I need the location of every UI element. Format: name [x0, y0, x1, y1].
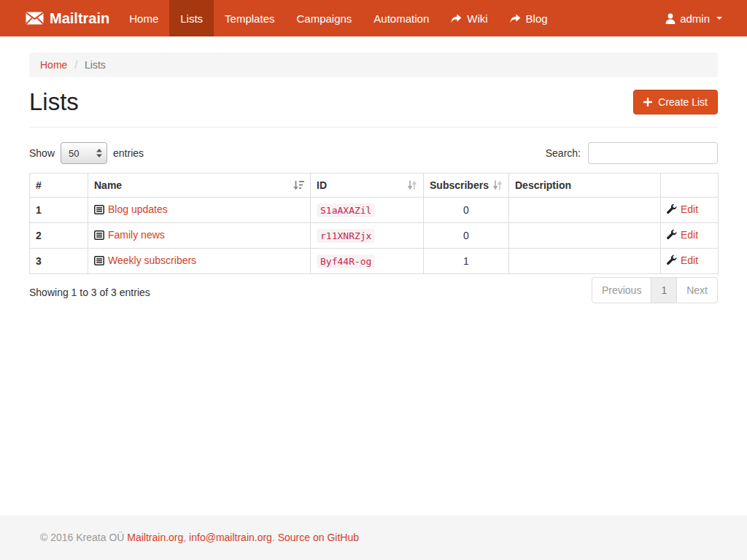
lists-table: # Name [29, 173, 719, 274]
wrench-icon [667, 255, 677, 265]
row-subscribers: 0 [424, 198, 509, 223]
row-id-cell: Byf44R-og [311, 249, 424, 274]
previous-page-button[interactable]: Previous [592, 277, 651, 303]
main-nav: Home Lists Templates Campaigns Automatio… [118, 0, 558, 36]
breadcrumb-home-link[interactable]: Home [40, 59, 67, 71]
brand-label: Mailtrain [50, 10, 109, 27]
edit-label: Edit [681, 229, 698, 241]
list-name-link[interactable]: Family news [94, 229, 165, 241]
wrench-icon [667, 204, 677, 214]
list-id: Byf44R-og [317, 254, 375, 268]
header-name[interactable]: Name [88, 174, 311, 198]
row-number: 1 [30, 198, 88, 223]
page-header: Lists Create List [29, 89, 718, 128]
nav-item-blog[interactable]: Blog [499, 0, 559, 36]
current-page-button[interactable]: 1 [651, 277, 677, 303]
search-control: Search: [546, 142, 718, 164]
caret-down-icon [716, 17, 722, 20]
row-actions-cell: Edit [661, 249, 719, 274]
user-menu[interactable]: admin [654, 0, 747, 36]
list-name-label: Weekly subscribers [108, 254, 196, 266]
pagination: Previous 1 Next [592, 277, 718, 303]
nav-item-automation[interactable]: Automation [363, 0, 440, 36]
footer-separator: . [272, 532, 278, 543]
header-num: # [30, 174, 88, 198]
row-description [509, 249, 661, 274]
row-actions-cell: Edit [661, 223, 719, 249]
row-id-cell: S1aAXAZil [311, 198, 424, 223]
header-id[interactable]: ID [311, 174, 424, 198]
edit-link[interactable]: Edit [667, 229, 698, 241]
table-footer: Showing 1 to 3 of 3 entries Previous 1 N… [29, 277, 718, 303]
row-description [509, 223, 661, 249]
list-alt-icon [94, 230, 104, 240]
navbar: Mailtrain Home Lists Templates Campaigns… [0, 0, 747, 36]
page-footer: © 2016 Kreata OÜ Mailtrain.org, info@mai… [0, 516, 747, 560]
row-number: 3 [30, 249, 88, 274]
header-label: ID [317, 179, 327, 191]
create-list-button[interactable]: Create List [633, 90, 718, 114]
table-header-row: # Name [30, 174, 719, 198]
brand[interactable]: Mailtrain [0, 0, 118, 36]
list-alt-icon [94, 205, 104, 214]
header-description: Description [509, 174, 661, 198]
nav-label: Templates [225, 12, 274, 25]
nav-label: Campaigns [296, 12, 352, 25]
nav-item-templates[interactable]: Templates [214, 0, 285, 36]
copyright-text: © 2016 Kreata OÜ [40, 532, 124, 543]
mailtrain-org-link[interactable]: Mailtrain.org [127, 532, 183, 543]
nav-item-lists[interactable]: Lists [169, 0, 214, 36]
next-page-button[interactable]: Next [676, 277, 718, 303]
user-icon [665, 13, 676, 24]
table-row: 2 Family news r11XNRZjx 0 [30, 223, 719, 249]
entries-info: Showing 1 to 3 of 3 entries [29, 287, 150, 298]
footer-separator: , [183, 532, 189, 543]
envelope-icon [26, 12, 44, 25]
wrench-icon [667, 230, 677, 240]
page-size-select[interactable]: 50 [61, 142, 107, 164]
show-label: Show [29, 147, 55, 159]
row-description [509, 198, 661, 223]
nav-label: Lists [180, 12, 203, 25]
list-name-link[interactable]: Blog updates [94, 203, 168, 215]
row-name-cell: Family news [88, 223, 311, 249]
table-row: 1 Blog updates S1aAXAZil 0 [30, 198, 719, 223]
list-alt-icon [94, 256, 104, 265]
list-name-link[interactable]: Weekly subscribers [94, 254, 196, 266]
nav-label: Wiki [467, 12, 487, 25]
share-arrow-icon [451, 14, 462, 23]
page-length-control: Show 50 entries [29, 142, 144, 164]
entries-label: entries [113, 147, 144, 159]
header-label: Name [94, 179, 122, 191]
header-actions [661, 174, 719, 198]
header-label: Subscribers [430, 179, 489, 191]
row-name-cell: Blog updates [88, 198, 311, 223]
search-input[interactable] [588, 142, 718, 164]
breadcrumb-current: Lists [85, 59, 106, 71]
nav-label: Home [129, 12, 158, 25]
nav-item-campaigns[interactable]: Campaigns [285, 0, 363, 36]
header-subscribers[interactable]: Subscribers [424, 174, 509, 198]
nav-label: Automation [374, 12, 429, 25]
sort-both-icon [407, 180, 417, 190]
nav-item-wiki[interactable]: Wiki [440, 0, 498, 36]
email-link[interactable]: info@mailtrain.org [189, 532, 272, 543]
edit-link[interactable]: Edit [667, 203, 698, 215]
search-label: Search: [546, 147, 581, 159]
list-id: S1aAXAZil [317, 203, 375, 217]
source-github-link[interactable]: Source on GitHub [278, 532, 359, 543]
row-number: 2 [30, 223, 88, 249]
edit-link[interactable]: Edit [667, 254, 698, 266]
header-label: # [36, 179, 42, 191]
user-label: admin [680, 12, 710, 25]
table-row: 3 Weekly subscribers Byf44R-og 1 [30, 249, 719, 274]
list-id: r11XNRZjx [317, 229, 375, 243]
row-actions-cell: Edit [661, 198, 719, 223]
header-label: Description [515, 179, 571, 191]
edit-label: Edit [681, 254, 698, 266]
row-id-cell: r11XNRZjx [311, 223, 424, 249]
nav-item-home[interactable]: Home [118, 0, 169, 36]
edit-label: Edit [681, 203, 698, 215]
share-arrow-icon [510, 14, 521, 23]
list-name-label: Blog updates [108, 203, 168, 215]
